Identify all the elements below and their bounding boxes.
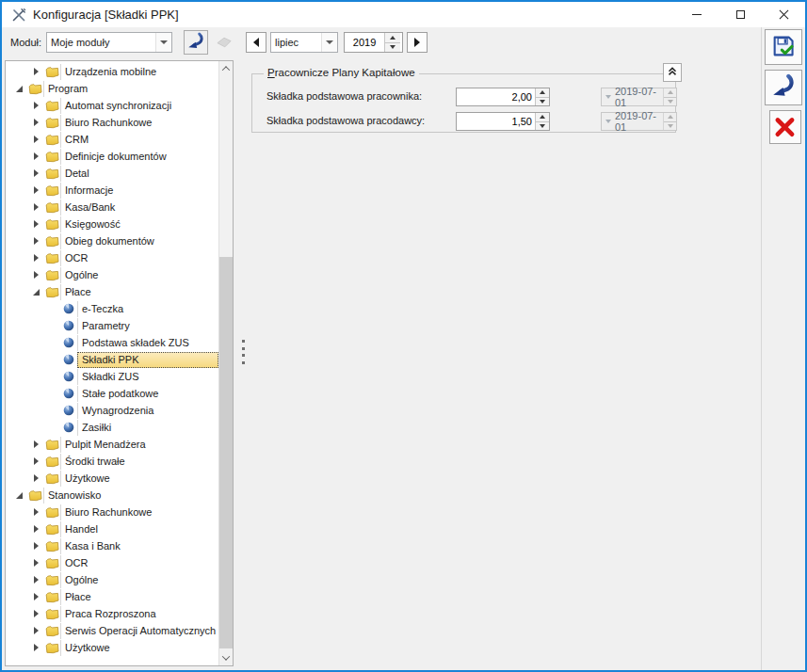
year-spin-up-button[interactable] <box>385 33 400 42</box>
tree-item-biuro-rachunkowe[interactable]: Biuro Rachunkowe <box>6 114 218 131</box>
close-button[interactable] <box>762 2 805 27</box>
year-spinner[interactable] <box>344 32 403 53</box>
collapse-arrow-icon[interactable] <box>11 81 26 96</box>
expand-arrow-icon[interactable] <box>28 216 43 232</box>
tree-item-srodki-trwale[interactable]: Środki trwałe <box>6 453 218 470</box>
tree-item-definicje-dokumentow[interactable]: Definicje dokumentów <box>6 148 218 165</box>
scrollbar-thumb[interactable] <box>219 257 233 648</box>
expand-arrow-icon[interactable] <box>28 149 43 164</box>
undo-changes-button[interactable] <box>765 70 802 105</box>
expand-arrow-icon[interactable] <box>28 504 43 520</box>
tree-item-informacje[interactable]: Informacje <box>6 182 218 199</box>
tree-item-kasa-bank[interactable]: Kasa/Bank <box>6 199 218 216</box>
year-spin-down-button[interactable] <box>385 42 400 53</box>
tree-item-praca-rozproszona[interactable]: Praca Rozproszona <box>6 605 218 622</box>
tree-item-detal[interactable]: Detal <box>6 165 218 182</box>
tree-item-place[interactable]: Płace <box>6 283 218 300</box>
tree-item-podstawa-skladek-zus[interactable]: Podstawa składek ZUS <box>6 334 218 351</box>
scroll-up-button[interactable] <box>219 61 233 76</box>
expand-arrow-icon[interactable] <box>28 538 43 553</box>
tree-item-handel[interactable]: Handel <box>6 520 218 537</box>
tree-item-biuro-rachunkowe[interactable]: Biuro Rachunkowe <box>6 504 218 520</box>
tree-item-stanowisko[interactable]: Stanowisko <box>6 487 218 504</box>
tree-item-wynagrodzenia[interactable]: Wynagrodzenia <box>6 402 218 419</box>
tree-item-crm[interactable]: CRM <box>6 131 218 148</box>
expand-arrow-icon[interactable] <box>28 454 43 469</box>
tree-item-uzytkowe[interactable]: Użytkowe <box>6 639 218 656</box>
employer-contribution-date-field: 2019-07-01 <box>601 112 677 131</box>
expand-arrow-icon[interactable] <box>28 437 43 452</box>
expand-arrow-icon[interactable] <box>28 166 43 181</box>
year-input[interactable] <box>345 33 384 52</box>
spin-down-button[interactable] <box>536 97 549 106</box>
expand-arrow-icon[interactable] <box>28 267 43 282</box>
employee-contribution-input[interactable] <box>457 88 535 105</box>
tree-item-ogolne[interactable]: Ogólne <box>6 571 218 588</box>
expand-arrow-icon[interactable] <box>28 521 43 536</box>
collapse-arrow-icon[interactable] <box>11 488 26 503</box>
tree-item-serwis-operacji-automatycznych[interactable]: Serwis Operacji Automatycznych <box>6 622 218 639</box>
expander-spacer <box>45 386 60 401</box>
collapse-arrow-icon[interactable] <box>28 284 43 299</box>
collapse-panel-button[interactable] <box>663 63 682 82</box>
employer-contribution-input[interactable] <box>457 113 535 130</box>
tree-item-uzytkowe[interactable]: Użytkowe <box>6 470 218 487</box>
spin-down-button[interactable] <box>536 121 549 131</box>
expand-arrow-icon[interactable] <box>28 250 43 265</box>
maximize-button[interactable] <box>718 2 762 27</box>
scroll-down-button[interactable] <box>219 650 233 665</box>
expand-arrow-icon[interactable] <box>28 200 43 215</box>
spin-up-button[interactable] <box>536 113 549 121</box>
expand-arrow-icon[interactable] <box>28 471 43 486</box>
tree-item-parametry[interactable]: Parametry <box>6 317 218 334</box>
expand-arrow-icon[interactable] <box>28 623 43 638</box>
tree-item-place[interactable]: Płace <box>6 588 218 605</box>
tree-item-stale-podatkowe[interactable]: Stałe podatkowe <box>6 385 218 402</box>
folder-icon <box>43 217 60 231</box>
next-month-button[interactable] <box>407 32 428 53</box>
previous-month-button[interactable] <box>246 32 266 53</box>
month-combobox[interactable]: lipiec <box>270 32 338 53</box>
expand-arrow-icon[interactable] <box>28 233 43 248</box>
tree-item-kasa-i-bank[interactable]: Kasa i Bank <box>6 537 218 554</box>
module-combobox[interactable]: Moje moduły <box>46 32 172 53</box>
chevron-down-icon[interactable] <box>321 33 337 52</box>
expand-arrow-icon[interactable] <box>28 589 43 604</box>
expand-arrow-icon[interactable] <box>28 640 43 655</box>
tree-item-program[interactable]: Program <box>6 80 218 97</box>
splitter-handle[interactable] <box>239 340 247 364</box>
tree-item-pulpit-menadzera[interactable]: Pulpit Menadżera <box>6 436 218 453</box>
tree-item-urzadzenia-mobilne[interactable]: Urządzenia mobilne <box>6 63 218 80</box>
expand-arrow-icon[interactable] <box>28 132 43 147</box>
chevron-down-icon[interactable] <box>155 33 171 52</box>
expand-arrow-icon[interactable] <box>28 98 43 113</box>
expand-arrow-icon[interactable] <box>28 64 43 79</box>
tree-item-e-teczka[interactable]: e-Teczka <box>6 300 218 317</box>
tree-item-ksiegowosc[interactable]: Księgowość <box>6 216 218 232</box>
employer-contribution-spinedit[interactable] <box>456 112 550 131</box>
tree-item-zasilki[interactable]: Zasiłki <box>6 419 218 436</box>
module-action-button[interactable] <box>184 30 208 55</box>
minimize-button[interactable] <box>675 2 718 27</box>
cancel-button[interactable] <box>769 110 801 144</box>
double-chevron-up-icon <box>667 66 678 80</box>
expander-spacer <box>45 352 60 367</box>
tree-item-skladki-ppk[interactable]: Składki PPK <box>6 351 218 368</box>
tree-item-ocr[interactable]: OCR <box>6 554 218 571</box>
save-button[interactable] <box>765 29 802 65</box>
tree-item-obieg-dokumentow[interactable]: Obieg dokumentów <box>6 232 218 249</box>
spin-up-button[interactable] <box>536 88 549 97</box>
tree-item-ocr[interactable]: OCR <box>6 249 218 266</box>
expand-arrow-icon[interactable] <box>28 572 43 587</box>
tree-item-label: CRM <box>60 132 218 148</box>
expand-arrow-icon[interactable] <box>28 183 43 198</box>
tree-scrollbar[interactable] <box>218 61 233 665</box>
expand-arrow-icon[interactable] <box>28 555 43 570</box>
expand-arrow-icon[interactable] <box>28 115 43 130</box>
tree-item-skladki-zus[interactable]: Składki ZUS <box>6 368 218 385</box>
expand-arrow-icon[interactable] <box>28 606 43 621</box>
tree-item-label: Serwis Operacji Automatycznych <box>60 623 218 639</box>
tree-item-automat-synchronizacji[interactable]: Automat synchronizacji <box>6 97 218 114</box>
tree-item-ogolne[interactable]: Ogólne <box>6 266 218 283</box>
employee-contribution-spinedit[interactable] <box>456 88 550 106</box>
